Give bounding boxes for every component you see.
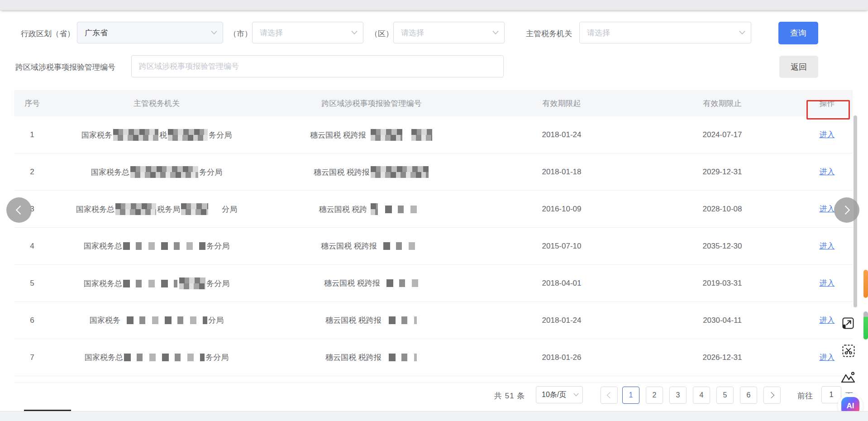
page-size-select[interactable]: 10条/页: [536, 386, 583, 403]
redaction-mosaic: [130, 166, 198, 178]
table-row: 1 国家税务税务分局 穗云国税 税跨报 2018-01-24 2024-07-1…: [14, 116, 853, 153]
row-authority: 国家税务总务分局: [50, 352, 263, 363]
pagination-total: 共 51 条: [494, 391, 525, 401]
redaction-mosaic: [383, 242, 421, 250]
annotation-highlight-box: [806, 100, 850, 120]
pagination-prev-button[interactable]: [601, 387, 618, 404]
pagination-goto-label: 前往: [797, 391, 813, 401]
row-valid-to: 2029-12-31: [643, 167, 801, 177]
window-chrome-strip: [0, 0, 868, 10]
col-header-code: 跨区域涉税事项报验管理编号: [263, 98, 480, 109]
redaction-mosaic: [127, 316, 207, 324]
row-valid-to: 2026-12-31: [643, 353, 801, 362]
code-input[interactable]: [131, 55, 504, 77]
row-authority: 国家税务总务分局: [50, 241, 263, 251]
chevron-left-icon: [607, 392, 613, 398]
enter-link[interactable]: 进入: [820, 353, 835, 362]
chevron-right-icon: [768, 392, 774, 398]
pagination-page-2[interactable]: 2: [646, 387, 663, 404]
redaction-mosaic: [386, 279, 418, 287]
row-valid-from: 2018-01-18: [480, 167, 643, 177]
green-edge-handle[interactable]: [863, 311, 868, 340]
redaction-mosaic: [123, 280, 177, 287]
pagination-page-1[interactable]: 1: [622, 387, 639, 404]
pagination-page-3[interactable]: 3: [669, 387, 687, 404]
chevron-down-icon: [211, 31, 217, 35]
search-button[interactable]: 查询: [778, 22, 818, 44]
redaction-mosaic: [181, 203, 208, 215]
carousel-left-arrow[interactable]: [6, 197, 32, 223]
row-seq: 1: [14, 130, 50, 139]
chevron-down-icon: [492, 31, 499, 35]
table-row: 6 国家税务分局 穗云国税 税跨报 2018-01-24 2030-04-11 …: [14, 302, 853, 339]
enter-link[interactable]: 进入: [820, 130, 835, 139]
row-code: 穗云国税 税跨报: [263, 129, 480, 141]
row-valid-to: 2030-04-11: [643, 316, 801, 325]
district-select[interactable]: 请选择: [393, 22, 505, 43]
row-code: 穗云国税 税跨报: [263, 315, 480, 325]
pagination-page-6[interactable]: 6: [740, 387, 757, 404]
enter-link[interactable]: 进入: [820, 205, 835, 213]
row-code: 穗云国税 税跨报: [263, 241, 480, 251]
row-valid-from: 2018-04-01: [480, 279, 643, 288]
enter-link[interactable]: 进入: [820, 279, 835, 287]
expand-icon[interactable]: [842, 316, 854, 332]
redaction-mosaic: [123, 242, 205, 250]
row-seq: 4: [14, 242, 50, 251]
city-select[interactable]: 请选择: [252, 22, 363, 43]
pagination-page-4[interactable]: 4: [693, 387, 710, 404]
district-label: （区）: [370, 29, 393, 39]
table-header: 序号 主管税务机关 跨区域涉税事项报验管理编号 有效期限起 有效期限止 操作: [14, 90, 853, 116]
col-header-valid-to: 有效期限止: [643, 98, 801, 109]
row-valid-to: 2024-07-17: [643, 130, 801, 139]
redaction-mosaic: [389, 316, 417, 324]
region-label: 行政区划（省）: [21, 29, 75, 39]
row-seq: 5: [14, 279, 50, 288]
row-seq: 6: [14, 316, 50, 325]
table-row: 3 国家税务总税务局分局 穗云国税 税跨 2016-10-09 2028-10-…: [14, 191, 853, 228]
authority-select[interactable]: 请选择: [579, 22, 751, 43]
redaction-mosaic: [371, 203, 378, 215]
table-row-empty: [14, 376, 853, 383]
row-valid-from: 2018-01-24: [480, 130, 643, 139]
pagination-page-5[interactable]: 5: [716, 387, 734, 404]
row-code: 穗云国税 税跨: [263, 203, 480, 215]
authority-label: 主管税务机关: [526, 29, 572, 39]
bottom-chrome-strip: [0, 411, 868, 421]
enter-link[interactable]: 进入: [820, 167, 835, 176]
redaction-mosaic: [179, 277, 205, 289]
table-row: 2 国家税务总务分局 穗云国税 税跨报 2018-01-18 2029-12-3…: [14, 153, 853, 191]
redaction-mosaic: [124, 354, 205, 361]
row-authority: 国家税务总务分局: [50, 277, 263, 289]
row-valid-from: 2018-01-26: [480, 353, 643, 362]
cross-region-tax-report-page: 行政区划（省） 广东省 （市） 请选择 （区） 请选择 主管税务机关 请选择 查…: [0, 0, 868, 421]
row-authority: 国家税务税务分局: [50, 129, 263, 141]
col-header-seq: 序号: [14, 98, 50, 109]
carousel-right-arrow[interactable]: [834, 197, 859, 223]
enter-link[interactable]: 进入: [820, 316, 835, 325]
chevron-down-icon: [739, 31, 745, 35]
code-label: 跨区域涉税事项报验管理编号: [15, 62, 115, 72]
redaction-mosaic: [411, 129, 432, 141]
enter-link[interactable]: 进入: [820, 242, 835, 250]
back-button[interactable]: 返回: [779, 56, 818, 78]
province-select[interactable]: 广东省: [77, 22, 223, 43]
chevron-right-icon: [841, 206, 850, 215]
row-valid-from: 2015-07-10: [480, 242, 643, 251]
row-code: 穗云国税 税跨报: [263, 352, 480, 363]
row-code: 穗云国税 税跨报: [263, 166, 480, 178]
report-table: 序号 主管税务机关 跨区域涉税事项报验管理编号 有效期限起 有效期限止 操作 1…: [14, 90, 853, 383]
redaction-mosaic: [371, 129, 402, 141]
row-valid-from: 2018-01-24: [480, 316, 643, 325]
mountain-image-icon[interactable]: [840, 370, 856, 387]
table-row: 4 国家税务总务分局 穗云国税 税跨报 2015-07-10 2035-12-3…: [14, 228, 853, 265]
pagination-next-button[interactable]: [763, 387, 781, 404]
table-row: 7 国家税务总务分局 穗云国税 税跨报 2018-01-26 2026-12-3…: [14, 339, 853, 376]
city-select-placeholder: 请选择: [260, 28, 283, 38]
row-seq: 7: [14, 353, 50, 362]
table-row: 5 国家税务总务分局 穗云国税 税跨报 2018-04-01 2019-03-3…: [14, 265, 853, 302]
city-label: （市）: [229, 29, 252, 39]
orange-edge-handle[interactable]: [863, 270, 868, 298]
row-valid-to: 2028-10-08: [643, 205, 801, 214]
screenshot-icon[interactable]: [842, 344, 855, 359]
